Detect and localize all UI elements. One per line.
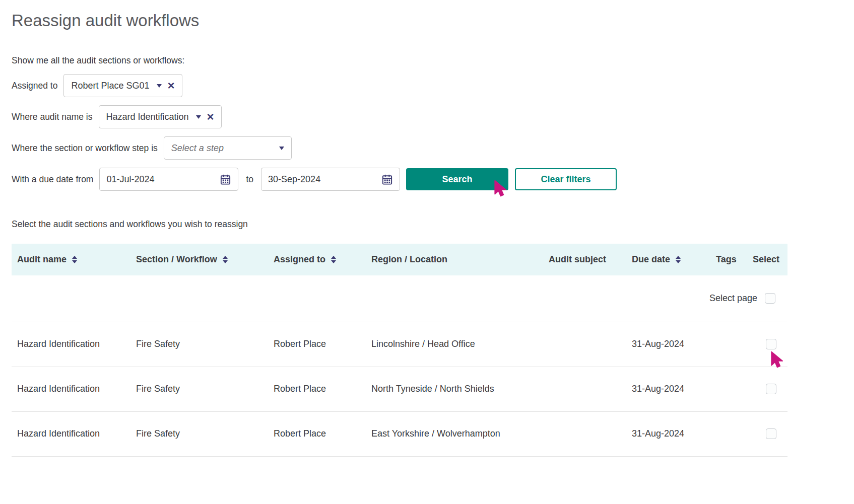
step-placeholder: Select a step bbox=[171, 143, 224, 154]
column-header-region-location: Region / Location bbox=[366, 244, 543, 275]
reassign-audit-workflows-page: Reassign audit workflows Show me all the… bbox=[0, 0, 854, 504]
assigned-to-label: Assigned to bbox=[12, 81, 57, 91]
due-date-filter-row: With a due date from 01-Jul-2024 to 30-S… bbox=[12, 168, 854, 191]
select-page-checkbox[interactable] bbox=[765, 293, 775, 304]
cell-audit-subject bbox=[543, 411, 626, 456]
filters-intro-text: Show me all the audit sections or workfl… bbox=[12, 55, 854, 66]
column-header-tags: Tags bbox=[710, 244, 747, 275]
clear-assigned-to-icon[interactable]: × bbox=[168, 80, 175, 92]
assigned-to-select[interactable]: Robert Place SG01 × bbox=[63, 74, 182, 97]
column-header-select: Select bbox=[747, 244, 787, 275]
step-select[interactable]: Select a step bbox=[164, 136, 292, 160]
cell-region-location: Lincolnshire / Head Office bbox=[366, 322, 543, 367]
cell-audit-name: Hazard Identification bbox=[12, 411, 130, 456]
audit-name-filter-row: Where audit name is Hazard Identificatio… bbox=[12, 105, 854, 128]
due-date-from-input[interactable]: 01-Jul-2024 bbox=[99, 168, 238, 191]
calendar-icon[interactable] bbox=[381, 174, 393, 185]
due-date-to-label: to bbox=[246, 174, 253, 185]
page-title: Reassign audit workflows bbox=[0, 0, 854, 30]
cell-select bbox=[747, 322, 787, 367]
cell-assigned-to: Robert Place bbox=[268, 411, 366, 456]
cell-tags bbox=[710, 367, 747, 411]
cell-region-location: North Tyneside / North Shields bbox=[366, 367, 543, 411]
sort-icon[interactable] bbox=[72, 256, 77, 263]
assigned-to-filter-row: Assigned to Robert Place SG01 × bbox=[12, 74, 854, 97]
cell-audit-name: Hazard Identification bbox=[12, 367, 130, 411]
column-label: Region / Location bbox=[371, 254, 447, 265]
cell-audit-name: Hazard Identification bbox=[12, 322, 130, 367]
cell-select bbox=[747, 367, 787, 411]
cell-due-date: 31-Aug-2024 bbox=[626, 367, 710, 411]
audit-name-select[interactable]: Hazard Identification × bbox=[99, 105, 222, 128]
cell-audit-subject bbox=[543, 367, 626, 411]
column-label: Select bbox=[753, 254, 779, 265]
audit-name-value: Hazard Identification bbox=[106, 112, 189, 122]
cell-section-workflow: Fire Safety bbox=[130, 322, 268, 367]
search-button[interactable]: Search bbox=[406, 168, 508, 190]
column-header-audit-subject: Audit subject bbox=[543, 244, 626, 275]
cell-select bbox=[747, 411, 787, 456]
sort-icon[interactable] bbox=[676, 256, 681, 263]
clear-filters-button[interactable]: Clear filters bbox=[515, 168, 617, 190]
due-date-label: With a due date from bbox=[12, 174, 93, 185]
due-date-to-value: 30-Sep-2024 bbox=[268, 174, 320, 185]
audit-workflows-table: Audit name Section / Workflow Assigned t… bbox=[12, 244, 787, 457]
column-label: Due date bbox=[632, 254, 670, 265]
cell-section-workflow: Fire Safety bbox=[130, 411, 268, 456]
row-select-checkbox[interactable] bbox=[766, 428, 776, 439]
select-page-row: Select page bbox=[12, 275, 787, 322]
table-row: Hazard Identification Fire Safety Robert… bbox=[12, 411, 787, 456]
table-header-row: Audit name Section / Workflow Assigned t… bbox=[12, 244, 787, 275]
cell-assigned-to: Robert Place bbox=[268, 322, 366, 367]
table-row: Hazard Identification Fire Safety Robert… bbox=[12, 367, 787, 411]
column-label: Assigned to bbox=[274, 254, 325, 265]
column-header-audit-name[interactable]: Audit name bbox=[12, 244, 130, 275]
column-label: Tags bbox=[716, 254, 737, 265]
column-header-section-workflow[interactable]: Section / Workflow bbox=[130, 244, 268, 275]
calendar-icon[interactable] bbox=[220, 174, 231, 185]
column-label: Audit subject bbox=[549, 254, 606, 265]
chevron-down-icon bbox=[157, 84, 162, 88]
table-row: Hazard Identification Fire Safety Robert… bbox=[12, 322, 787, 367]
sort-icon[interactable] bbox=[331, 256, 336, 263]
audit-name-label: Where audit name is bbox=[12, 112, 93, 122]
column-header-due-date[interactable]: Due date bbox=[626, 244, 710, 275]
select-page-label: Select page bbox=[709, 293, 757, 304]
cell-assigned-to: Robert Place bbox=[268, 367, 366, 411]
cell-due-date: 31-Aug-2024 bbox=[626, 322, 710, 367]
step-label: Where the section or workflow step is bbox=[12, 143, 158, 154]
sort-icon[interactable] bbox=[223, 256, 228, 263]
column-label: Audit name bbox=[17, 254, 67, 265]
cell-tags bbox=[710, 322, 747, 367]
chevron-down-icon bbox=[279, 147, 284, 150]
cell-section-workflow: Fire Safety bbox=[130, 367, 268, 411]
column-header-assigned-to[interactable]: Assigned to bbox=[268, 244, 366, 275]
cell-region-location: East Yorkshire / Wolverhampton bbox=[366, 411, 543, 456]
column-label: Section / Workflow bbox=[136, 254, 217, 265]
clear-audit-name-icon[interactable]: × bbox=[207, 111, 214, 123]
row-select-checkbox[interactable] bbox=[766, 384, 776, 394]
cell-audit-subject bbox=[543, 322, 626, 367]
assigned-to-value: Robert Place SG01 bbox=[71, 81, 149, 91]
row-select-checkbox[interactable] bbox=[766, 339, 776, 349]
due-date-from-value: 01-Jul-2024 bbox=[106, 174, 154, 185]
cell-due-date: 31-Aug-2024 bbox=[626, 411, 710, 456]
cell-tags bbox=[710, 411, 747, 456]
table-intro-text: Select the audit sections and workflows … bbox=[12, 219, 854, 230]
chevron-down-icon bbox=[196, 115, 201, 119]
step-filter-row: Where the section or workflow step is Se… bbox=[12, 136, 854, 160]
due-date-to-input[interactable]: 30-Sep-2024 bbox=[261, 168, 400, 191]
